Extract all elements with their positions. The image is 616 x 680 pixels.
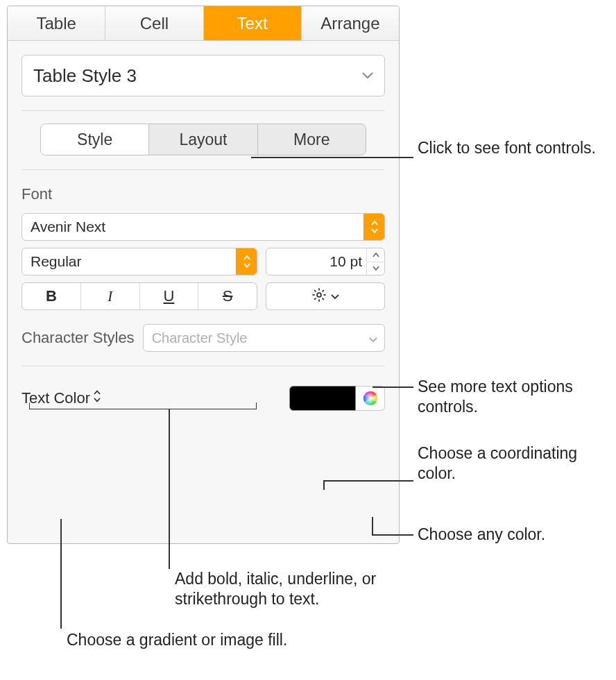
underline-button[interactable]: U bbox=[140, 283, 199, 309]
paragraph-style-value: Table Style 3 bbox=[33, 65, 137, 87]
subtab-layout[interactable]: Layout bbox=[149, 124, 257, 155]
text-subtabs: Style Layout More bbox=[40, 124, 366, 155]
divider bbox=[22, 169, 385, 170]
callout-more-options: See more text options controls. bbox=[418, 377, 616, 418]
color-wheel-button[interactable] bbox=[356, 386, 385, 411]
character-styles-label: Character Styles bbox=[22, 329, 135, 347]
chevron-down-icon bbox=[369, 330, 377, 346]
callout-any-color: Choose any color. bbox=[418, 525, 545, 545]
callout-gradient-fill: Choose a gradient or image fill. bbox=[67, 630, 287, 650]
leader-line bbox=[372, 517, 373, 535]
leader-line bbox=[373, 386, 413, 388]
strikethrough-button[interactable]: S bbox=[198, 283, 257, 309]
leader-line bbox=[60, 519, 62, 629]
svg-line-5 bbox=[314, 290, 316, 291]
chevron-down-icon bbox=[331, 290, 339, 303]
font-weight-value: Regular bbox=[31, 253, 82, 270]
svg-line-8 bbox=[314, 298, 316, 300]
leader-line bbox=[169, 409, 170, 569]
color-controls bbox=[289, 386, 385, 411]
subtab-more[interactable]: More bbox=[258, 124, 366, 155]
format-inspector-panel: Table Cell Text Arrange Table Style 3 St… bbox=[7, 6, 400, 544]
stepper-down[interactable] bbox=[367, 262, 384, 275]
divider bbox=[22, 110, 385, 111]
font-weight-select[interactable]: Regular bbox=[22, 248, 257, 275]
font-size-stepper[interactable]: 10 pt bbox=[266, 248, 385, 275]
tab-table[interactable]: Table bbox=[8, 6, 105, 40]
leader-line bbox=[323, 480, 325, 490]
subtab-style[interactable]: Style bbox=[41, 124, 149, 155]
text-style-group: B I U S bbox=[22, 282, 257, 310]
font-section-label: Font bbox=[22, 185, 385, 203]
stepper bbox=[366, 248, 384, 275]
svg-point-0 bbox=[317, 293, 321, 297]
tab-arrange[interactable]: Arrange bbox=[302, 6, 399, 40]
callout-font-controls: Click to see font controls. bbox=[418, 138, 596, 158]
chevron-down-icon bbox=[362, 72, 373, 79]
callout-coord-color: Choose a coordinating color. bbox=[418, 443, 616, 484]
svg-line-6 bbox=[323, 298, 324, 300]
svg-line-7 bbox=[323, 290, 324, 291]
tab-cell[interactable]: Cell bbox=[105, 6, 203, 40]
leader-line bbox=[251, 157, 413, 158]
paragraph-style-select[interactable]: Table Style 3 bbox=[22, 55, 385, 96]
leader-line bbox=[372, 534, 413, 536]
stepper-up[interactable] bbox=[367, 248, 384, 262]
up-down-icon bbox=[236, 248, 257, 275]
italic-button[interactable]: I bbox=[81, 283, 140, 309]
inspector-tabs: Table Cell Text Arrange bbox=[8, 6, 399, 41]
divider bbox=[22, 366, 385, 366]
leader-line bbox=[323, 480, 413, 482]
font-size-value[interactable]: 10 pt bbox=[266, 248, 366, 275]
callout-bius: Add bold, italic, underline, or striketh… bbox=[175, 569, 404, 610]
font-family-select[interactable]: Avenir Next bbox=[22, 213, 385, 241]
advanced-options-button[interactable] bbox=[266, 282, 385, 310]
gear-icon bbox=[311, 287, 327, 305]
color-well[interactable] bbox=[289, 386, 356, 411]
svg-point-9 bbox=[363, 391, 377, 405]
bold-button[interactable]: B bbox=[22, 283, 81, 309]
character-style-placeholder: Character Style bbox=[152, 330, 248, 346]
up-down-icon bbox=[363, 214, 384, 240]
character-style-select[interactable]: Character Style bbox=[143, 324, 385, 352]
tab-text[interactable]: Text bbox=[204, 6, 302, 40]
bracket bbox=[29, 402, 257, 409]
font-family-value: Avenir Next bbox=[31, 219, 105, 235]
